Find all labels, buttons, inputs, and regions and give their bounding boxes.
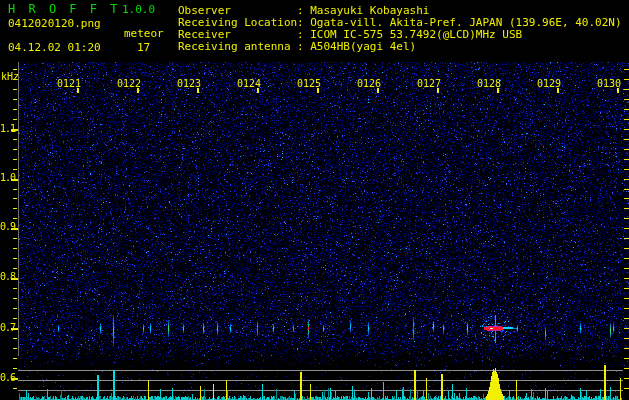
time-label: 0128: [474, 79, 504, 89]
freq-tick-label: 1.1: [0, 124, 13, 134]
freq-tick-label: 0.9: [0, 222, 13, 232]
observation-datetime: 04.12.02 01:20: [8, 42, 101, 54]
output-filename: 0412020120.png: [8, 18, 101, 30]
time-label: 0130: [594, 79, 624, 89]
time-label: 0129: [534, 79, 564, 89]
echo-count: 17: [137, 42, 150, 54]
hrofft-screen: H R O F F T 1.0.0 0412020120.png meteor …: [0, 0, 629, 400]
time-label: 0121: [54, 79, 84, 89]
freq-tick-label: 0.8: [0, 272, 13, 282]
app-title: H R O F F T: [8, 2, 120, 16]
station-info: Observer: Masayuki KobayashiReceiving Lo…: [178, 5, 622, 53]
observation-mode: meteor: [124, 28, 164, 40]
app-version: 1.0.0: [122, 3, 155, 16]
time-label: 0122: [114, 79, 144, 89]
time-label: 0123: [174, 79, 204, 89]
station-info-row: Receiving antenna: A504HB(yagi 4el): [178, 41, 622, 53]
spectrogram-canvas: [0, 0, 629, 400]
time-label: 0125: [294, 79, 324, 89]
time-label: 0124: [234, 79, 264, 89]
freq-tick-label: 0.7: [0, 323, 13, 333]
info-value: : A504HB(yagi 4el): [297, 40, 416, 53]
time-label: 0126: [354, 79, 384, 89]
freq-axis-unit: kHz: [1, 72, 19, 82]
info-label: Receiving antenna: [178, 41, 297, 53]
freq-tick-label: 0.6: [0, 373, 13, 383]
time-label: 0127: [414, 79, 444, 89]
freq-tick-label: 1.0: [0, 173, 13, 183]
